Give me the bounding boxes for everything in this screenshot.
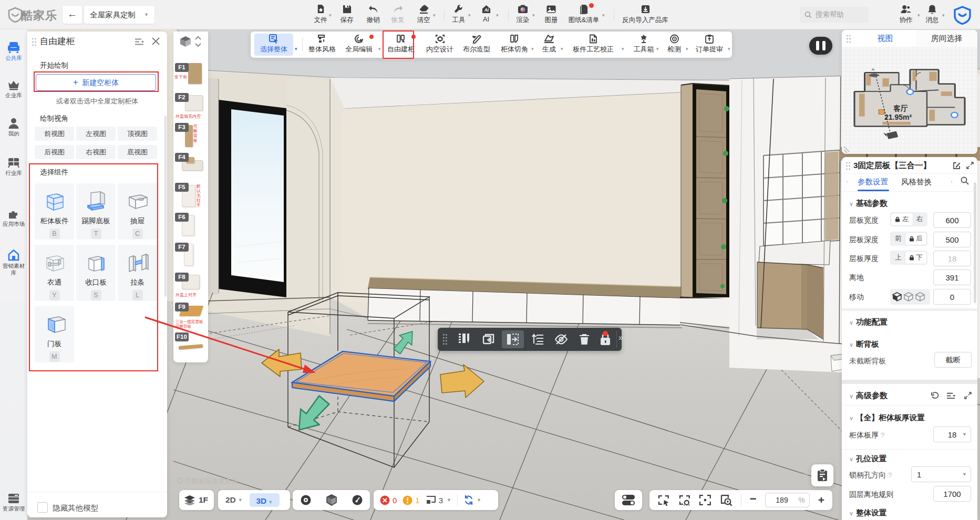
svg-text:21.95m²: 21.95m² bbox=[884, 113, 912, 121]
svg-text:© 酷家乐技术支持: © 酷家乐技术支持 bbox=[185, 477, 238, 485]
svg-text:客厅: 客厅 bbox=[893, 105, 909, 112]
svg-text:Ai: Ai bbox=[483, 7, 489, 13]
